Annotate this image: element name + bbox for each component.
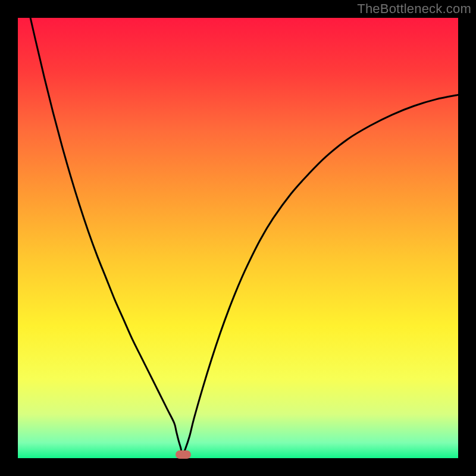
- watermark-text: TheBottleneck.com: [357, 1, 471, 17]
- chart-container: TheBottleneck.com: [0, 0, 476, 476]
- gradient-background: [18, 18, 458, 458]
- minimum-marker: [176, 450, 191, 459]
- bottleneck-chart: [0, 0, 476, 476]
